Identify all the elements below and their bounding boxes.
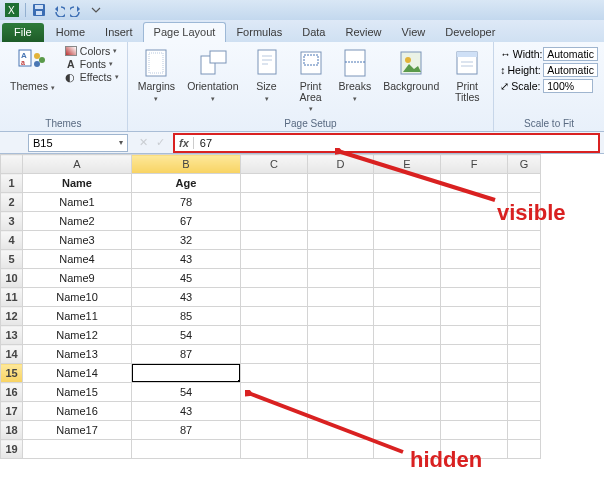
cell[interactable]: Name15 — [23, 383, 132, 402]
breaks-button[interactable]: Breaks▾ — [335, 45, 376, 105]
cell[interactable] — [441, 307, 508, 326]
row-header[interactable]: 19 — [1, 440, 23, 459]
cell[interactable] — [241, 231, 308, 250]
cell[interactable]: 78 — [132, 193, 241, 212]
col-header-A[interactable]: A — [23, 155, 132, 174]
cell[interactable] — [241, 307, 308, 326]
row-header[interactable]: 18 — [1, 421, 23, 440]
themes-button[interactable]: Aa Themes ▾ — [6, 45, 59, 94]
cell[interactable] — [241, 193, 308, 212]
cell[interactable]: 67 — [132, 212, 241, 231]
cell[interactable]: 85 — [132, 307, 241, 326]
row-header[interactable]: 5 — [1, 250, 23, 269]
cell[interactable]: 32 — [132, 231, 241, 250]
cell[interactable] — [374, 288, 441, 307]
col-header-D[interactable]: D — [308, 155, 374, 174]
cell[interactable] — [508, 345, 541, 364]
cell[interactable] — [508, 231, 541, 250]
orientation-button[interactable]: Orientation▾ — [183, 45, 242, 105]
cell[interactable] — [374, 383, 441, 402]
cell[interactable] — [508, 269, 541, 288]
effects-button[interactable]: ◐Effects ▾ — [63, 71, 121, 83]
cell[interactable] — [508, 326, 541, 345]
cell[interactable] — [508, 212, 541, 231]
cell[interactable]: 87 — [132, 345, 241, 364]
cell[interactable] — [308, 212, 374, 231]
cell[interactable] — [374, 174, 441, 193]
cell[interactable] — [441, 440, 508, 459]
print-titles-button[interactable]: Print Titles — [447, 45, 487, 105]
tab-home[interactable]: Home — [46, 23, 95, 42]
row-header[interactable]: 2 — [1, 193, 23, 212]
cell[interactable] — [374, 250, 441, 269]
undo-icon[interactable] — [50, 2, 66, 18]
cell[interactable] — [441, 250, 508, 269]
cell[interactable]: 43 — [132, 250, 241, 269]
cell[interactable] — [508, 307, 541, 326]
cell[interactable] — [241, 421, 308, 440]
cell[interactable]: Name4 — [23, 250, 132, 269]
cell[interactable] — [374, 269, 441, 288]
cell[interactable]: 43 — [132, 402, 241, 421]
cell[interactable] — [308, 174, 374, 193]
cell[interactable] — [508, 383, 541, 402]
cell[interactable]: Name16 — [23, 402, 132, 421]
tab-review[interactable]: Review — [335, 23, 391, 42]
cell[interactable] — [132, 440, 241, 459]
cell[interactable] — [308, 288, 374, 307]
cell[interactable] — [308, 307, 374, 326]
cell[interactable] — [508, 193, 541, 212]
row-header[interactable]: 10 — [1, 269, 23, 288]
name-box[interactable]: B15▾ — [28, 134, 128, 152]
tab-view[interactable]: View — [392, 23, 436, 42]
cell[interactable] — [508, 402, 541, 421]
qat-customize-icon[interactable] — [88, 2, 104, 18]
cell[interactable] — [441, 383, 508, 402]
cell[interactable]: Age — [132, 174, 241, 193]
cell[interactable] — [308, 326, 374, 345]
cell[interactable] — [441, 345, 508, 364]
cell[interactable] — [23, 440, 132, 459]
cell[interactable] — [374, 364, 441, 383]
cell[interactable]: Name1 — [23, 193, 132, 212]
cell[interactable] — [508, 364, 541, 383]
cell[interactable] — [308, 440, 374, 459]
cell[interactable] — [508, 250, 541, 269]
fx-icon[interactable]: fx — [175, 137, 194, 149]
row-header[interactable]: 15 — [1, 364, 23, 383]
cell[interactable]: Name14 — [23, 364, 132, 383]
col-header-E[interactable]: E — [374, 155, 441, 174]
cell[interactable] — [308, 364, 374, 383]
cell-selected[interactable] — [132, 364, 241, 383]
fonts-button[interactable]: AFonts ▾ — [63, 58, 121, 70]
cell[interactable]: Name9 — [23, 269, 132, 288]
cell[interactable] — [441, 231, 508, 250]
cell[interactable] — [441, 212, 508, 231]
cell[interactable]: 87 — [132, 421, 241, 440]
cell[interactable] — [241, 440, 308, 459]
worksheet-grid[interactable]: ABCDEFG1NameAge2Name1783Name2674Name3325… — [0, 154, 604, 459]
cell[interactable]: Name2 — [23, 212, 132, 231]
tab-insert[interactable]: Insert — [95, 23, 143, 42]
cell[interactable] — [441, 421, 508, 440]
cell[interactable] — [441, 269, 508, 288]
row-header[interactable]: 17 — [1, 402, 23, 421]
cell[interactable] — [241, 364, 308, 383]
col-header-F[interactable]: F — [441, 155, 508, 174]
cell[interactable]: 43 — [132, 288, 241, 307]
tab-page-layout[interactable]: Page Layout — [143, 22, 227, 42]
cell[interactable]: Name10 — [23, 288, 132, 307]
cell[interactable] — [241, 288, 308, 307]
margins-button[interactable]: Margins▾ — [134, 45, 179, 105]
colors-button[interactable]: Colors ▾ — [63, 45, 121, 57]
cell[interactable] — [508, 174, 541, 193]
cell[interactable]: Name11 — [23, 307, 132, 326]
cell[interactable] — [441, 288, 508, 307]
height-select[interactable]: Automatic — [543, 63, 598, 77]
redo-icon[interactable] — [69, 2, 85, 18]
cell[interactable]: 54 — [132, 383, 241, 402]
cell[interactable]: Name13 — [23, 345, 132, 364]
row-header[interactable]: 12 — [1, 307, 23, 326]
cell[interactable] — [241, 345, 308, 364]
cell[interactable] — [374, 231, 441, 250]
